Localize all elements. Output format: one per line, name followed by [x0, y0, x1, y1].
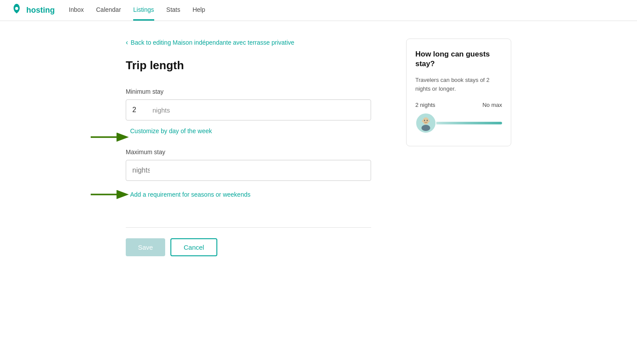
cancel-button[interactable]: Cancel: [170, 238, 217, 256]
main-column: ‹ Back to editing Maison indépendante av…: [126, 39, 371, 256]
range-bar-container: [415, 111, 502, 135]
svg-point-6: [422, 120, 424, 122]
footer-buttons: Save Cancel: [126, 238, 371, 256]
svg-point-9: [424, 120, 425, 121]
customize-arrow-row: Customize by day of the week: [91, 127, 371, 147]
nav-inbox[interactable]: Inbox: [69, 0, 84, 21]
minimum-stay-input[interactable]: [132, 106, 150, 114]
save-button[interactable]: Save: [126, 238, 165, 256]
back-link-text: Back to editing Maison indépendante avec…: [131, 39, 294, 46]
range-start-label: 2 nights: [415, 102, 435, 108]
sidebar-card-desc: Travelers can book stays of 2 nights or …: [415, 76, 502, 93]
customize-link-text: Customize by day of the week: [130, 127, 212, 134]
nav-listings[interactable]: Listings: [133, 0, 154, 21]
sidebar-card-title: How long can guests stay?: [415, 49, 502, 69]
svg-point-7: [428, 120, 430, 122]
maximum-stay-input[interactable]: [132, 166, 150, 174]
logo-text: hosting: [26, 6, 55, 15]
add-req-link-text: Add a requirement for seasons or weekend…: [130, 191, 251, 198]
maximum-stay-section: Maximum stay: [126, 148, 371, 181]
svg-point-10: [427, 120, 428, 121]
nav-links: Inbox Calendar Listings Stats Help: [69, 0, 205, 21]
chevron-left-icon: ‹: [126, 39, 128, 46]
avatar: [415, 113, 436, 134]
back-link[interactable]: ‹ Back to editing Maison indépendante av…: [126, 39, 371, 46]
minimum-stay-section: Minimum stay nights: [126, 88, 371, 120]
page-content: ‹ Back to editing Maison indépendante av…: [0, 21, 637, 256]
navbar: hosting Inbox Calendar Listings Stats He…: [0, 0, 637, 21]
customize-arrow-icon: [91, 131, 130, 144]
nav-calendar[interactable]: Calendar: [96, 0, 121, 21]
minimum-stay-unit: nights: [152, 106, 170, 114]
svg-point-5: [423, 117, 429, 124]
maximum-stay-label: Maximum stay: [126, 148, 371, 155]
page-title: Trip length: [126, 59, 371, 72]
nav-help[interactable]: Help: [192, 0, 205, 21]
range-visual: 2 nights No max: [415, 102, 502, 135]
svg-point-8: [421, 125, 430, 131]
customize-link[interactable]: Customize by day of the week: [130, 127, 212, 134]
add-req-arrow-row: Add a requirement for seasons or weekend…: [91, 188, 371, 201]
maximum-stay-input-row: [126, 160, 371, 181]
range-labels: 2 nights No max: [415, 102, 502, 108]
add-req-link[interactable]: Add a requirement for seasons or weekend…: [130, 191, 251, 198]
logo[interactable]: hosting: [11, 3, 55, 18]
sidebar-card: How long can guests stay? Travelers can …: [406, 39, 511, 146]
nav-stats[interactable]: Stats: [166, 0, 180, 21]
range-end-label: No max: [482, 102, 502, 108]
add-req-arrow-icon: [91, 188, 130, 201]
airbnb-logo-icon: [11, 3, 23, 18]
footer-divider: [126, 227, 371, 228]
minimum-stay-input-row: nights: [126, 99, 371, 120]
minimum-stay-label: Minimum stay: [126, 88, 371, 95]
